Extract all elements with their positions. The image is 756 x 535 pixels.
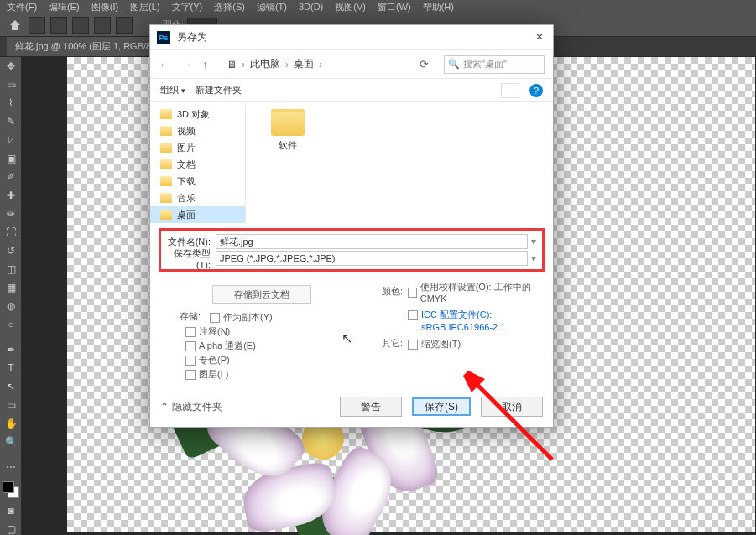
filetype-dropdown-icon[interactable]: ▾ [528, 252, 540, 264]
refresh-icon[interactable]: ⟳ [420, 58, 429, 70]
tree-videos[interactable]: 视频 [150, 122, 245, 139]
eyedropper-tool[interactable]: ✐ [0, 168, 22, 186]
menu-layer[interactable]: 图层(L) [130, 1, 159, 13]
hand-tool[interactable]: ✋ [0, 414, 22, 433]
address-bar[interactable]: 🖥 › 此电脑 › 桌面 › [222, 57, 401, 71]
dodge-tool[interactable]: ○ [0, 315, 22, 334]
tree-pictures[interactable]: 图片 [150, 139, 245, 156]
tree-music[interactable]: 音乐 [150, 190, 245, 206]
nav-back-icon[interactable]: ← [159, 58, 170, 71]
dialog-titlebar[interactable]: Ps 另存为 ✕ [150, 25, 553, 50]
filetype-select[interactable]: JPEG (*.JPG;*.JPEG;*.JPE) [216, 251, 528, 266]
menu-view[interactable]: 视图(V) [335, 1, 366, 13]
warning-button[interactable]: 警告 [340, 397, 402, 417]
type-tool[interactable]: T [0, 359, 22, 377]
path-select-tool[interactable]: ↖ [0, 377, 22, 396]
checkbox-notes[interactable] [185, 327, 196, 337]
search-input[interactable]: 🔍 搜索"桌面" [444, 55, 545, 74]
document-tab[interactable]: 鲜花.jpg @ 100% (图层 1, RGB/8#) [7, 37, 169, 56]
save-to-cloud-button[interactable]: 存储到云文档 [212, 285, 311, 304]
gradient-tool[interactable]: ▦ [0, 278, 22, 297]
photoshop-icon: Ps [157, 31, 170, 44]
checkbox-layers[interactable] [185, 370, 196, 380]
checkbox-spot[interactable] [185, 356, 196, 366]
chevron-right-icon: › [319, 59, 322, 70]
tree-3d-objects[interactable]: 3D 对象 [150, 106, 245, 122]
zoom-tool[interactable]: 🔍 [0, 433, 22, 451]
filename-dropdown-icon[interactable]: ▾ [528, 236, 540, 247]
menu-type[interactable]: 文字(Y) [172, 1, 203, 13]
quick-select-tool[interactable]: ✎ [0, 112, 22, 131]
folder-icon [160, 210, 172, 220]
tool-preset[interactable] [29, 17, 45, 34]
checkbox-label: 缩览图(T) [421, 338, 461, 351]
checkbox-proof[interactable] [408, 288, 417, 298]
folder-icon [160, 143, 172, 153]
close-icon[interactable]: ✕ [533, 31, 546, 44]
addr-thispc[interactable]: 此电脑 [250, 57, 280, 71]
brush-tool[interactable]: ✏ [0, 205, 22, 223]
menu-filter[interactable]: 滤镜(T) [257, 1, 287, 13]
color-group-label: 颜色: [382, 285, 403, 332]
checkbox-icc[interactable] [408, 310, 418, 320]
selection-mode-subtract[interactable] [94, 17, 111, 34]
screen-mode[interactable]: ▢ [0, 520, 22, 535]
foreground-color[interactable] [3, 481, 14, 493]
folder-software[interactable]: 软件 [258, 109, 318, 152]
history-brush-tool[interactable]: ↺ [0, 242, 22, 260]
nav-forward-icon[interactable]: → [180, 58, 192, 71]
nav-up-icon[interactable]: ↑ [202, 58, 208, 71]
menu-edit[interactable]: 编辑(E) [49, 1, 80, 13]
menu-window[interactable]: 窗口(W) [378, 1, 411, 13]
shape-tool[interactable]: ▭ [0, 396, 22, 414]
file-list[interactable]: 软件 [246, 102, 553, 223]
pen-tool[interactable]: ✒ [0, 340, 22, 359]
marquee-tool[interactable]: ▭ [0, 75, 22, 94]
crop-tool[interactable]: ⟀ [0, 131, 22, 149]
tree-documents[interactable]: 文档 [150, 156, 245, 173]
filename-input[interactable]: 鲜花.jpg [216, 234, 528, 249]
selection-mode-add[interactable] [72, 17, 89, 34]
tree-label: 视频 [177, 125, 196, 138]
checkbox-alpha[interactable] [185, 341, 196, 351]
color-swatches[interactable] [0, 480, 22, 501]
healing-tool[interactable]: ✚ [0, 186, 22, 205]
tree-label: 下载 [177, 175, 196, 188]
selection-mode-new[interactable] [50, 17, 67, 34]
main-menu-bar[interactable]: 文件(F) 编辑(E) 图像(I) 图层(L) 文字(Y) 选择(S) 滤镜(T… [0, 0, 756, 13]
view-mode-button[interactable] [501, 83, 519, 98]
dialog-body: 3D 对象 视频 图片 文档 下载 音乐 桌面 软件 [150, 102, 553, 223]
new-folder-button[interactable]: 新建文件夹 [196, 84, 242, 96]
tree-label: 桌面 [177, 209, 196, 221]
menu-help[interactable]: 帮助(H) [423, 1, 454, 13]
checkbox-as-copy[interactable] [210, 313, 220, 323]
icc-profile-link[interactable]: ICC 配置文件(C): [421, 309, 492, 321]
help-icon[interactable]: ? [529, 84, 543, 97]
eraser-tool[interactable]: ◫ [0, 260, 22, 278]
tree-downloads[interactable]: 下载 [150, 173, 245, 190]
hide-folders-toggle[interactable]: ⌃隐藏文件夹 [160, 400, 222, 414]
menu-file[interactable]: 文件(F) [7, 1, 37, 13]
addr-desktop[interactable]: 桌面 [294, 57, 314, 71]
tree-desktop[interactable]: 桌面 [150, 206, 245, 223]
edit-toolbar[interactable]: ⋯ [0, 458, 22, 476]
move-tool[interactable]: ✥ [0, 57, 22, 75]
home-button[interactable] [7, 17, 23, 34]
icc-profile-value[interactable]: sRGB IEC61966-2.1 [421, 322, 541, 332]
selection-mode-intersect[interactable] [116, 17, 133, 34]
search-icon: 🔍 [448, 59, 460, 70]
menu-select[interactable]: 选择(S) [214, 1, 245, 13]
frame-tool[interactable]: ▣ [0, 149, 22, 168]
folder-tree[interactable]: 3D 对象 视频 图片 文档 下载 音乐 桌面 [150, 102, 246, 223]
quick-mask-toggle[interactable]: ◙ [0, 501, 22, 520]
checkbox-thumbnail[interactable] [408, 340, 418, 350]
save-button[interactable]: 保存(S) [412, 397, 471, 416]
menu-3d[interactable]: 3D(D) [299, 2, 323, 12]
lasso-tool[interactable]: ⌇ [0, 94, 22, 112]
menu-image[interactable]: 图像(I) [91, 1, 118, 13]
blur-tool[interactable]: ◍ [0, 297, 22, 315]
organize-button[interactable]: 组织▾ [160, 84, 185, 96]
cancel-button[interactable]: 取消 [481, 397, 543, 417]
stamp-tool[interactable]: ⛶ [0, 223, 22, 242]
folder-icon [160, 176, 172, 186]
